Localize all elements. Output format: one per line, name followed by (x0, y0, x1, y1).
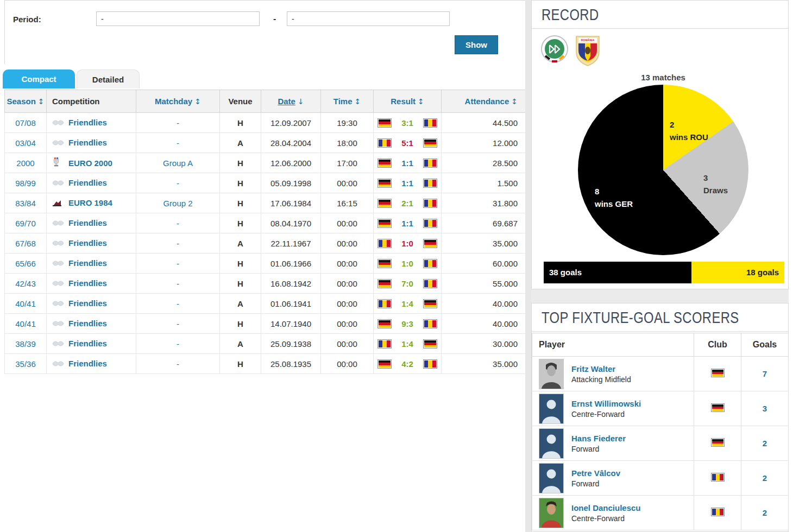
romania-frf-logo[interactable]: ROMÂNIA (575, 34, 600, 67)
col-club: Club (694, 333, 741, 357)
player-name-link[interactable]: Ernst Willimowski (571, 399, 641, 408)
player-name-link[interactable]: Fritz Walter (571, 364, 631, 373)
competition-link[interactable]: Friendlies (68, 339, 107, 348)
competition-link[interactable]: EURO 2000 (68, 159, 112, 168)
player-photo[interactable] (539, 463, 564, 493)
matchday-link[interactable]: - (177, 279, 179, 288)
home-team-flag (377, 179, 392, 188)
result-score-link[interactable]: 1:1 (398, 159, 417, 168)
col-date[interactable]: Date↓ (261, 90, 321, 113)
time-value: 00:00 (337, 219, 357, 228)
player-position: Centre-Forward (571, 410, 641, 419)
result-score-link[interactable]: 4:2 (398, 359, 417, 369)
result-score-link[interactable]: 1:1 (398, 219, 417, 228)
goals-value-link[interactable]: 7 (763, 369, 767, 378)
result-score-link[interactable]: 9:3 (398, 319, 417, 328)
tab-detailed[interactable]: Detailed (77, 69, 140, 88)
result-score-link[interactable]: 1:4 (398, 299, 417, 308)
matchday-link[interactable]: - (177, 138, 179, 148)
season-link[interactable]: 38/39 (15, 339, 36, 349)
away-team-flag (423, 219, 437, 228)
date-value: 25.08.1935 (270, 359, 311, 369)
germany-dfb-logo[interactable] (540, 34, 569, 65)
attendance-value: 35.000 (493, 359, 518, 369)
goals-value-link[interactable]: 3 (763, 404, 767, 413)
tab-compact[interactable]: Compact (3, 69, 75, 88)
goals-value-link[interactable]: 2 (763, 439, 767, 448)
matchday-link[interactable]: Group A (163, 159, 193, 168)
competition-link[interactable]: Friendlies (68, 218, 107, 227)
competition-link[interactable]: Friendlies (68, 258, 107, 268)
season-link[interactable]: 98/99 (15, 179, 36, 188)
player-name-link[interactable]: Ionel Danciulescu (571, 503, 641, 512)
matchday-link[interactable]: - (177, 359, 179, 369)
competition-link[interactable]: Friendlies (68, 178, 107, 187)
show-button[interactable]: Show (455, 35, 498, 54)
home-team-flag (377, 319, 392, 328)
col-season[interactable]: Season↕ (5, 90, 47, 113)
home-team-flag (377, 159, 392, 168)
result-score-link[interactable]: 7:0 (398, 279, 417, 288)
result-score-link[interactable]: 1:4 (398, 339, 417, 349)
matchday-link[interactable]: - (177, 319, 179, 328)
column-divider (525, 0, 531, 532)
season-link[interactable]: 65/66 (15, 259, 36, 268)
period-to-input[interactable] (287, 11, 450, 26)
competition-link[interactable]: Friendlies (68, 319, 107, 328)
competition-link[interactable]: Friendlies (68, 138, 107, 147)
competition-icon (52, 219, 64, 229)
matchday-link[interactable]: - (177, 339, 179, 349)
goals-value-link[interactable]: 2 (763, 473, 767, 483)
competition-link[interactable]: Friendlies (68, 359, 107, 368)
competition-icon (52, 199, 64, 208)
player-photo[interactable] (539, 394, 564, 424)
matchday-link[interactable]: - (177, 299, 179, 308)
matchday-link[interactable]: Group 2 (163, 199, 192, 208)
col-result[interactable]: Result↕ (374, 90, 442, 113)
player-name-link[interactable]: Hans Fiederer (571, 434, 626, 443)
season-link[interactable]: 40/41 (15, 299, 36, 308)
matchday-link[interactable]: - (177, 219, 179, 228)
matchday-link[interactable]: - (177, 239, 179, 248)
competition-link[interactable]: Friendlies (68, 238, 107, 248)
season-link[interactable]: 40/41 (15, 319, 36, 328)
player-photo[interactable] (539, 498, 564, 528)
season-link[interactable]: 83/84 (15, 199, 36, 208)
season-link[interactable]: 35/36 (15, 359, 36, 369)
result-score-link[interactable]: 3:1 (398, 118, 417, 128)
season-link[interactable]: 07/08 (15, 118, 36, 128)
competition-link[interactable]: EURO 1984 (68, 198, 112, 207)
season-link[interactable]: 03/04 (15, 138, 36, 148)
result-score-link[interactable]: 1:1 (398, 179, 417, 188)
period-from-input[interactable] (96, 11, 260, 26)
season-link[interactable]: 2000 (16, 159, 34, 168)
result-score-link[interactable]: 1:0 (398, 259, 417, 268)
result-score-link[interactable]: 2:1 (398, 199, 417, 208)
competition-icon (52, 157, 64, 169)
matches-table-header: Season↕ Competition Matchday↕ Venue Date… (5, 90, 526, 113)
matchday-link[interactable]: - (177, 118, 179, 128)
player-name-link[interactable]: Petre Vâlcov (571, 468, 620, 478)
competition-link[interactable]: Friendlies (68, 278, 107, 288)
competition-link[interactable]: Friendlies (68, 118, 107, 127)
sort-icon: ↕ (511, 97, 518, 106)
result-score-link[interactable]: 5:1 (398, 138, 417, 148)
matchday-link[interactable]: - (177, 259, 179, 268)
date-value: 08.04.1970 (270, 219, 311, 228)
season-link[interactable]: 69/70 (15, 219, 36, 228)
col-attendance[interactable]: Attendance↕ (442, 90, 526, 113)
result-score-link[interactable]: 1:0 (398, 239, 417, 248)
season-link[interactable]: 67/68 (15, 239, 36, 248)
match-row: 2000 EURO 2000 Group A H 12.06.2000 17:0… (5, 153, 526, 173)
matchday-link[interactable]: - (177, 179, 179, 188)
competition-link[interactable]: Friendlies (68, 299, 107, 308)
time-value: 18:00 (337, 138, 357, 148)
date-value: 22.11.1967 (271, 239, 311, 248)
player-photo[interactable] (539, 428, 564, 459)
col-matchday[interactable]: Matchday↕ (136, 90, 220, 113)
goals-value-link[interactable]: 2 (763, 508, 767, 517)
player-photo[interactable] (539, 359, 564, 389)
season-link[interactable]: 42/43 (15, 279, 36, 288)
club-flag (711, 369, 725, 377)
col-time[interactable]: Time↕ (321, 90, 374, 113)
